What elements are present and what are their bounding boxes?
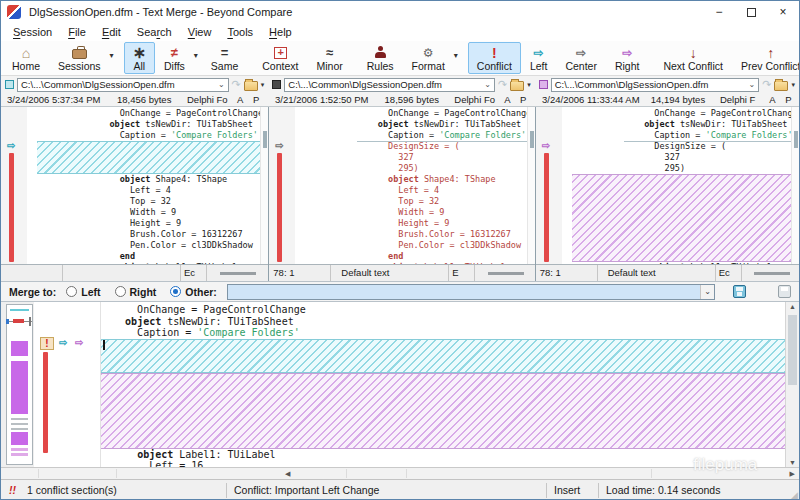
rules-button[interactable]: Rules (358, 42, 403, 74)
chevron-down-icon[interactable] (484, 80, 491, 89)
diffs-button[interactable]: Diffs (155, 42, 202, 74)
scrollbar-divider (651, 469, 652, 478)
merge-other-path-input[interactable] (227, 284, 715, 300)
scrollbar-thumb[interactable] (220, 272, 256, 275)
scroll-right-icon[interactable]: ▶ (790, 470, 795, 478)
merge-option-left[interactable]: Left (66, 286, 100, 298)
merge-option-other[interactable]: Other: (170, 286, 217, 298)
format-button[interactable]: Format (403, 42, 462, 74)
scrollbar-thumb[interactable] (488, 272, 524, 275)
section-arrow-icon[interactable] (542, 140, 550, 151)
output-horizontal-scrollbar[interactable]: ◀ ▶ (1, 467, 799, 479)
chevron-down-icon[interactable] (218, 80, 225, 89)
minor-button[interactable]: Minor (307, 42, 351, 74)
conflict-button[interactable]: Conflict (468, 42, 521, 74)
reload-icon[interactable] (498, 79, 507, 90)
overview-purple-block (11, 341, 28, 356)
menu-session[interactable]: Session (5, 23, 60, 41)
folder-open-icon[interactable] (510, 81, 524, 91)
center-pane-editor[interactable]: OnChange = PageControlChange object tsNe… (269, 107, 534, 264)
take-left-arrow-icon[interactable] (59, 337, 67, 348)
scroll-up-icon[interactable]: ▲ (786, 303, 799, 310)
pane-vertical-scrollbar[interactable] (791, 107, 799, 264)
chevron-down-icon[interactable] (749, 80, 756, 89)
menu-edit[interactable]: Edit (94, 23, 129, 41)
radio-left-icon[interactable] (66, 286, 77, 297)
radio-other-icon[interactable] (170, 286, 181, 297)
pane-horizontal-scrollbar[interactable] (207, 265, 268, 281)
left-pane-editor[interactable]: OnChange = PageControlChange object tsNe… (1, 107, 268, 264)
conflict-count-icon (9, 480, 16, 500)
reload-icon[interactable] (232, 79, 241, 90)
next-conflict-button[interactable]: Next Conflict (654, 42, 732, 74)
menu-view[interactable]: View (180, 23, 220, 41)
scrollbar-thumb[interactable] (794, 131, 798, 148)
minimize-button[interactable]: − (703, 1, 735, 23)
sessions-button[interactable]: Sessions (49, 42, 118, 74)
all-button[interactable]: All (124, 42, 155, 74)
close-button[interactable]: × (767, 1, 799, 23)
scrollbar-thumb[interactable] (788, 315, 797, 385)
radio-right-icon[interactable] (115, 286, 126, 297)
code-line: object Shape4: TShape (357, 174, 526, 185)
approx-icon (326, 45, 333, 60)
merge-option-right[interactable]: Right (115, 286, 157, 298)
code-line: DesignSize = ( (357, 141, 526, 152)
pane-horizontal-scrollbar[interactable] (742, 265, 799, 281)
dropdown-caret-icon[interactable] (194, 51, 198, 60)
pane-horizontal-scrollbar[interactable] (475, 265, 534, 281)
menu-tools[interactable]: Tools (219, 23, 261, 41)
reload-icon[interactable] (762, 79, 771, 90)
menu-file[interactable]: File (60, 23, 94, 41)
same-button[interactable]: Same (202, 42, 247, 74)
menu-search[interactable]: Search (129, 23, 180, 41)
file-path-cell-1: C:\...\Common\DlgSessionOpen.dfm (268, 76, 534, 93)
pane-vertical-scrollbar[interactable] (527, 107, 535, 264)
overview-line-mark (11, 423, 28, 425)
scrollbar-thumb[interactable] (754, 272, 790, 275)
code-line: OnChange = PageControlChange (89, 108, 260, 119)
output-vertical-scrollbar[interactable]: ▲ ▼ (785, 302, 799, 467)
overview-locator-thumb[interactable] (13, 319, 24, 323)
chevron-down-icon[interactable] (700, 285, 714, 299)
format-text: Default text (598, 265, 716, 281)
statusbar: 1 conflict section(s) Conflict: Importan… (1, 479, 799, 500)
dropdown-caret-icon[interactable] (110, 51, 114, 60)
context-button[interactable]: Context (253, 42, 307, 74)
overview-locator-pin (6, 319, 9, 324)
scrollbar-thumb[interactable] (263, 131, 267, 148)
section-arrow-icon[interactable] (275, 140, 283, 151)
scrollbar-thumb[interactable] (530, 131, 534, 148)
folder-open-icon[interactable] (244, 81, 258, 91)
prev-conflict-button[interactable]: Prev Conflict (732, 42, 800, 74)
dropdown-caret-icon[interactable] (791, 81, 795, 89)
section-arrow-icon[interactable] (7, 140, 15, 151)
right-pane-editor[interactable]: OnChange = PageControlChange object tsNe… (536, 107, 799, 264)
file-path-combo-2[interactable]: C:\...\Common\DlgSessionOpen.dfm (551, 78, 760, 92)
file-path-combo-1[interactable]: C:\...\Common\DlgSessionOpen.dfm (284, 78, 495, 92)
conflict-section-bar (43, 352, 48, 453)
scroll-left-icon[interactable]: ◀ (285, 470, 290, 478)
save-button[interactable] (733, 285, 746, 298)
file-path-combo-0[interactable]: C:\...\Common\DlgSessionOpen.dfm (17, 78, 229, 92)
dropdown-caret-icon[interactable] (527, 81, 531, 89)
folder-open-icon[interactable] (774, 81, 788, 91)
maximize-button[interactable] (735, 1, 767, 23)
left-button[interactable]: Left (521, 42, 557, 74)
scrollbar-divider (38, 469, 39, 478)
overview-strip[interactable] (6, 304, 33, 465)
center-button[interactable]: Center (556, 42, 606, 74)
save-as-button[interactable] (778, 285, 791, 298)
merge-output-editor[interactable]: OnChange = PageControlChange object tsNe… (101, 304, 785, 467)
take-right-arrow-icon[interactable] (75, 337, 83, 348)
right-button[interactable]: Right (606, 42, 649, 74)
pane-vertical-scrollbar[interactable] (260, 107, 268, 264)
resize-grip[interactable] (791, 491, 798, 500)
dropdown-caret-icon[interactable] (261, 81, 265, 89)
dropdown-caret-icon[interactable] (454, 51, 458, 60)
home-button[interactable]: Home (3, 42, 49, 74)
menu-help[interactable]: Help (261, 23, 300, 41)
next-conflict-label: Next Conflict (663, 60, 723, 73)
conflict-marker-icon[interactable] (40, 337, 54, 350)
scroll-down-icon[interactable]: ▼ (786, 459, 799, 466)
